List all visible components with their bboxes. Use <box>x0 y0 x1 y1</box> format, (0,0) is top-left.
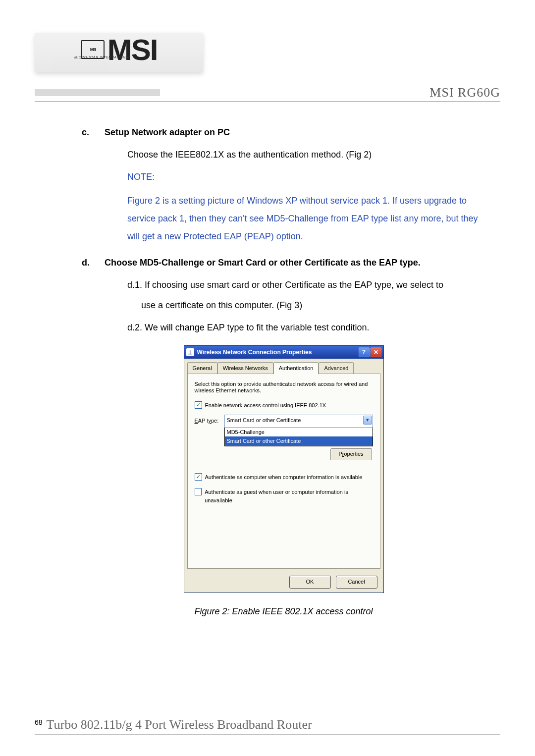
logo-text: MSI <box>107 33 158 67</box>
eap-option-smartcard[interactable]: Smart Card or other Certificate <box>225 436 373 446</box>
footer-title: Turbo 802.11b/g 4 Port Wireless Broadban… <box>47 717 500 732</box>
eap-type-row: EAP type: Smart Card or other Certificat… <box>195 415 373 428</box>
tab-advanced[interactable]: Advanced <box>319 362 354 374</box>
ok-button[interactable]: OK <box>289 576 331 589</box>
eap-type-label: EAP type: <box>195 417 224 425</box>
model-name: MSI RG60G <box>160 85 500 100</box>
dialog-button-row: OK Cancel <box>184 572 383 593</box>
section-d1-line2: use a certificate on this computer. (Fig… <box>141 299 485 312</box>
auth-as-guest-row[interactable]: Authenticate as guest when user or compu… <box>195 488 373 504</box>
figure-2: ⊥ Wireless Network Connection Properties… <box>82 345 485 593</box>
eap-type-value: Smart Card or other Certificate <box>227 417 301 423</box>
eap-option-md5[interactable]: MD5-Challenge <box>225 428 373 437</box>
auth-as-guest-label: Authenticate as guest when user or compu… <box>205 488 373 504</box>
secondary-options: Authenticate as computer when computer i… <box>195 473 373 505</box>
figure-caption: Figure 2: Enable IEEE 802.1X access cont… <box>82 605 485 618</box>
note-heading: NOTE: <box>127 170 485 184</box>
section-c-title: Setup Network adapter on PC <box>105 126 230 139</box>
body-content: c. Setup Network adapter on PC Choose th… <box>35 102 500 618</box>
header-rule-bar <box>35 89 160 96</box>
tab-wireless-networks[interactable]: Wireless Networks <box>217 362 273 374</box>
section-c-para: Choose the IEEE802.1X as the authenticat… <box>127 148 485 162</box>
enable-8021x-checkbox[interactable] <box>195 401 202 409</box>
logo: MSI MSI <box>35 33 203 72</box>
tab-general[interactable]: General <box>187 362 217 374</box>
section-c-letter: c. <box>82 126 105 139</box>
section-d-letter: d. <box>82 256 105 270</box>
enable-8021x-label: Enable network access control using IEEE… <box>205 401 326 410</box>
dropdown-arrow-icon[interactable]: ▾ <box>363 416 372 425</box>
cancel-button[interactable]: Cancel <box>336 576 377 589</box>
dialog-titlebar: ⊥ Wireless Network Connection Properties… <box>184 346 383 359</box>
document-page: MSI MSI MICRO-STAR INTERNATIONAL MSI RG6… <box>0 0 535 756</box>
auth-as-guest-checkbox[interactable] <box>195 488 202 495</box>
tab-panel-authentication: Select this option to provide authentica… <box>187 374 380 569</box>
section-d1-line1: d.1. If choosing use smart card or other… <box>127 278 485 292</box>
properties-button[interactable]: Properties <box>330 448 372 460</box>
help-button[interactable]: ? <box>359 347 370 357</box>
page-number: 68 <box>35 718 43 726</box>
dialog-tabs: General Wireless Networks Authentication… <box>184 359 383 374</box>
section-d2: d.2. We will change EAP type to fit the … <box>127 321 485 334</box>
footer-rule <box>35 734 500 735</box>
logo-subtitle: MICRO-STAR INTERNATIONAL <box>74 55 130 59</box>
logo-word: MSI MSI <box>81 33 158 67</box>
eap-type-select[interactable]: Smart Card or other Certificate ▾ <box>224 415 373 428</box>
note-body: Figure 2 is a setting picture of Windows… <box>127 192 485 245</box>
wireless-properties-dialog: ⊥ Wireless Network Connection Properties… <box>184 345 384 593</box>
close-button[interactable]: ✕ <box>371 347 381 357</box>
auth-as-computer-checkbox[interactable] <box>195 473 202 481</box>
page-footer: 68 Turbo 802.11b/g 4 Port Wireless Broad… <box>35 717 500 732</box>
enable-8021x-row[interactable]: Enable network access control using IEEE… <box>195 401 373 410</box>
eap-type-dropdown[interactable]: MD5-Challenge Smart Card or other Certif… <box>224 428 373 446</box>
header-rule: MSI RG60G <box>35 85 500 100</box>
dialog-title: Wireless Network Connection Properties <box>197 348 358 357</box>
auth-description: Select this option to provide authentica… <box>195 381 373 395</box>
auth-as-computer-label: Authenticate as computer when computer i… <box>205 473 363 482</box>
section-d-title: Choose MD5-Challenge or Smart Card or ot… <box>105 256 421 270</box>
note-block: NOTE: Figure 2 is a setting picture of W… <box>127 170 485 245</box>
section-c-heading: c. Setup Network adapter on PC <box>82 126 485 139</box>
section-d-heading: d. Choose MD5-Challenge or Smart Card or… <box>82 256 485 270</box>
tab-authentication[interactable]: Authentication <box>273 362 319 374</box>
connection-icon: ⊥ <box>186 348 194 356</box>
auth-as-computer-row[interactable]: Authenticate as computer when computer i… <box>195 473 373 482</box>
